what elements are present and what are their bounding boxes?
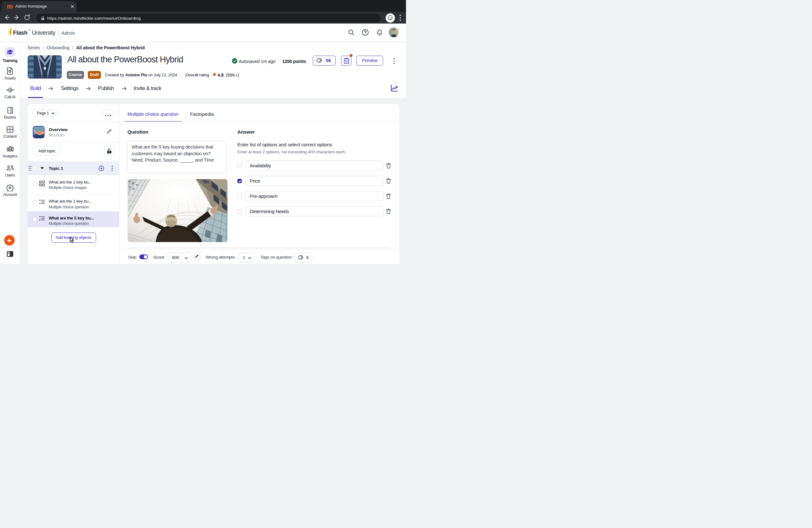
svg-text:m: m [7,3,13,10]
svg-text:Admin: Admin [61,30,75,35]
svg-text:University: University [32,30,55,36]
svg-text:Flash: Flash [13,30,27,36]
svg-text:™: ™ [28,29,31,32]
